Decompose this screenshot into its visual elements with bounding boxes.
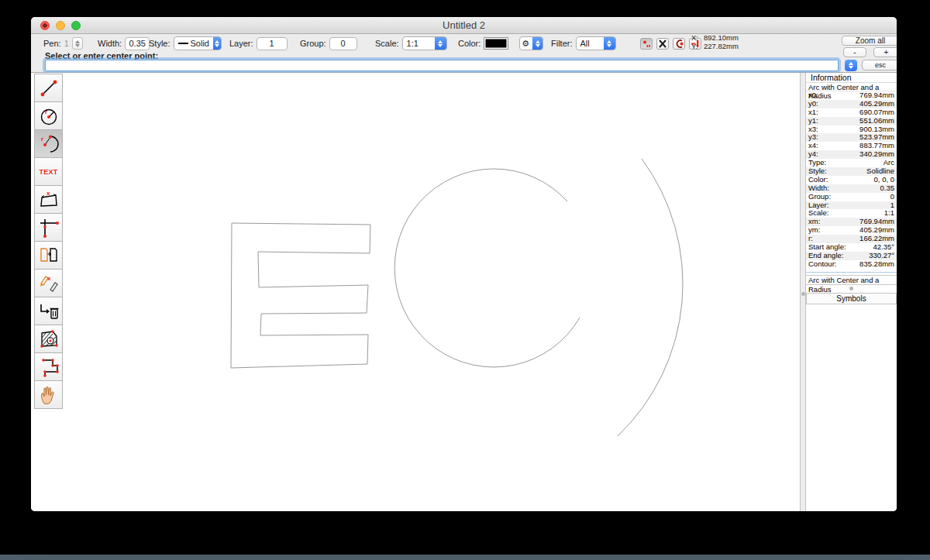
- color-swatch[interactable]: [484, 37, 508, 50]
- zoom-in-button[interactable]: +: [873, 47, 897, 57]
- scale-dropdown[interactable]: 1:1: [402, 36, 447, 50]
- x-coord-value: 892.10mm: [704, 33, 750, 42]
- pen-value: 1: [64, 39, 69, 48]
- edit-pen-tool-button[interactable]: x: [34, 269, 63, 297]
- command-input[interactable]: [45, 60, 839, 71]
- arc-radius-icon: r: [38, 133, 60, 155]
- info-row-value: 0: [890, 193, 894, 201]
- filter-label: Filter:: [551, 39, 573, 48]
- scale-value: 1:1: [407, 37, 418, 50]
- svg-text:x: x: [47, 275, 51, 282]
- chevron-updown-icon: [435, 37, 446, 50]
- group-label: Group:: [300, 39, 326, 48]
- quad-tool-button[interactable]: x: [34, 185, 63, 214]
- zoom-out-button[interactable]: -: [843, 47, 866, 57]
- panel-separator: [806, 272, 897, 273]
- style-control: Style: Solid: [149, 36, 222, 50]
- drawing-area: r r TEXT x: [31, 73, 897, 511]
- layer-field[interactable]: 1: [257, 37, 288, 50]
- hatch-tool-button[interactable]: [34, 325, 63, 353]
- shape-c-arc[interactable]: [394, 169, 580, 367]
- info-row: Group:0: [806, 193, 897, 201]
- circle-radius-icon: r: [38, 105, 60, 127]
- circle-tool-button[interactable]: r: [34, 101, 63, 130]
- shape-paren-arc[interactable]: [618, 159, 683, 436]
- delete-object-icon: [38, 301, 60, 322]
- group-control: Group: 0: [300, 36, 357, 50]
- change-pen-icon: x: [38, 273, 60, 294]
- app-window: Untitled 2 Pen: 1 Width: 0.35 Style: Sol…: [31, 17, 897, 511]
- quadrilateral-icon: x: [38, 189, 60, 211]
- desktop-dock-strip: [0, 555, 930, 560]
- info-row: Contour:835.28mm: [806, 260, 897, 269]
- canvas[interactable]: [31, 73, 800, 511]
- delete-element-icon: [658, 40, 667, 48]
- width-field[interactable]: 0.35: [125, 37, 150, 50]
- x-coord-label: X:: [691, 33, 704, 42]
- tool-status-text: Arc with Center and a Radius: [806, 275, 897, 285]
- arc-tool-button[interactable]: r: [34, 129, 63, 158]
- svg-text:r: r: [41, 136, 43, 143]
- width-control: Width: 0.35: [98, 36, 150, 50]
- esc-button[interactable]: esc: [862, 60, 897, 70]
- scale-control: Scale: 1:1: [375, 36, 447, 50]
- pen-stepper[interactable]: [72, 37, 83, 50]
- info-row: y1:551.06mm: [806, 117, 897, 125]
- panel-splitter[interactable]: [800, 73, 806, 511]
- pen-control: Pen: 1: [43, 36, 83, 50]
- y-coord-label: Y:: [691, 42, 704, 50]
- zoom-all-button[interactable]: Zoom all: [842, 36, 897, 46]
- delete-tool-button[interactable]: [34, 297, 63, 325]
- symbols-panel-header[interactable]: Symbols: [806, 293, 897, 304]
- line-tool-button[interactable]: [34, 74, 63, 102]
- toolbar: Pen: 1 Width: 0.35 Style: Solid Layer: 1…: [31, 34, 897, 73]
- settings-dropdown[interactable]: ⚙: [519, 36, 543, 50]
- arc-snap-icon: [674, 40, 684, 48]
- info-row-value: 551.06mm: [859, 117, 894, 125]
- gear-icon: ⚙: [520, 37, 532, 50]
- pan-tool-button[interactable]: [34, 380, 63, 409]
- polyline-icon: [38, 356, 60, 378]
- shape-letter-e[interactable]: [231, 223, 370, 368]
- arc-snap-toggle[interactable]: [673, 38, 685, 50]
- polyline-tool-button[interactable]: [34, 352, 63, 381]
- info-row-value: 835.28mm: [859, 260, 894, 269]
- line-icon: [38, 77, 60, 99]
- tool-palette: r r TEXT x: [34, 74, 63, 409]
- scale-label: Scale:: [375, 39, 399, 48]
- pen-label: Pen:: [43, 39, 61, 48]
- chevron-updown-icon: [604, 37, 615, 50]
- hatch-icon: [38, 328, 60, 350]
- snap-point-toggle[interactable]: [640, 38, 653, 50]
- filter-value: All: [580, 37, 590, 50]
- delete-element-toggle[interactable]: [656, 38, 669, 50]
- group-field[interactable]: 0: [329, 37, 357, 50]
- info-row-label: Group:: [808, 193, 831, 201]
- panel-resize-handle[interactable]: [849, 287, 853, 290]
- style-dropdown[interactable]: Solid: [174, 36, 222, 50]
- copy-tool-button[interactable]: [34, 241, 63, 270]
- copy-object-icon: [38, 245, 60, 266]
- chevron-updown-icon: [532, 37, 542, 50]
- splitter-handle-icon[interactable]: [801, 292, 805, 296]
- info-rows: x0:769.94mm y0:405.29mm x1:690.07mm y1:5…: [806, 91, 897, 269]
- history-stepper[interactable]: [845, 60, 857, 71]
- cursor-coordinates: X: 892.10mm Y: 227.82mm: [691, 35, 750, 49]
- svg-text:x: x: [46, 190, 50, 197]
- filter-control: Filter: All: [551, 36, 616, 50]
- info-panel-title: Information: [806, 73, 897, 83]
- window-title: Untitled 2: [31, 17, 897, 34]
- color-control: Color: ⚙: [458, 36, 543, 50]
- style-value: Solid: [191, 37, 209, 50]
- filter-dropdown[interactable]: All: [576, 36, 616, 50]
- layer-label: Layer:: [229, 39, 253, 48]
- snap-point-icon: [642, 40, 651, 48]
- solid-line-icon: [178, 43, 188, 44]
- color-label: Color:: [458, 39, 480, 48]
- chevron-updown-icon: [213, 37, 221, 50]
- trim-tool-button[interactable]: [34, 213, 63, 242]
- titlebar[interactable]: Untitled 2: [31, 17, 897, 34]
- text-tool-button[interactable]: TEXT: [34, 157, 63, 186]
- width-label: Width:: [98, 39, 122, 48]
- style-label: Style:: [149, 39, 170, 48]
